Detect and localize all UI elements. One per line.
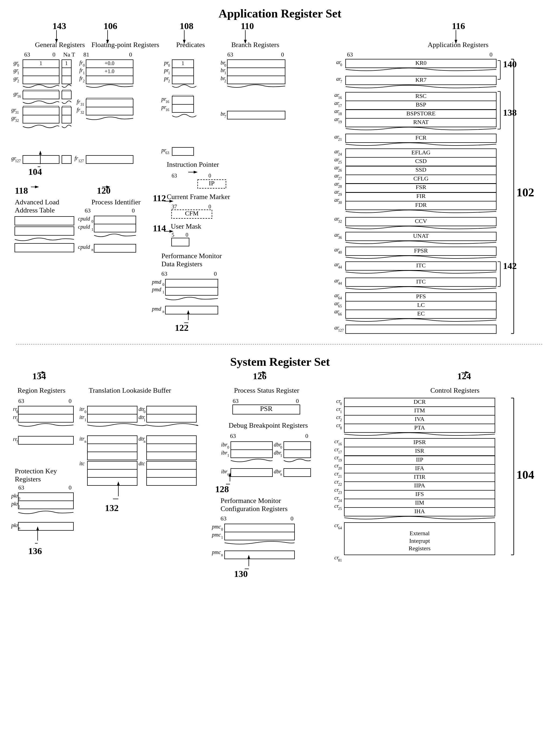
cr20-val: IFA	[415, 465, 424, 471]
svg-rect-134	[87, 477, 137, 486]
pmcfg-label-line2: Configuration Registers	[221, 505, 287, 513]
svg-rect-154	[225, 551, 295, 559]
main-diagram: Application Register Set 143 General Reg…	[0, 0, 560, 752]
predicates-label: Predicates	[176, 41, 205, 49]
cr16-val: IPSR	[414, 439, 426, 445]
pkr0-sub: 0	[18, 496, 20, 501]
svg-rect-153	[225, 532, 295, 540]
ar18-sub: 18	[338, 112, 342, 116]
cr2-val: IVA	[415, 415, 424, 422]
gr1-sub: 1	[17, 71, 19, 75]
svg-rect-50	[172, 147, 194, 156]
svg-rect-133	[87, 469, 137, 477]
ar64-val: PFS	[416, 293, 426, 300]
cr8-sub: 8	[340, 426, 342, 430]
fr0-val: +0.0	[105, 60, 114, 66]
svg-rect-60	[165, 279, 218, 287]
label-142: 142	[503, 261, 517, 271]
label-138: 138	[503, 107, 517, 118]
pmd0-sub: 0	[162, 283, 164, 287]
pkr-bit-63: 63	[18, 484, 24, 491]
svg-rect-39	[94, 216, 136, 224]
cr24-val: IIM	[415, 499, 424, 506]
page: Application Register Set 143 General Reg…	[0, 0, 560, 752]
ar26-sub: 26	[338, 168, 342, 172]
pr63-sub: 63	[165, 151, 169, 155]
cr23-sub: 23	[338, 491, 342, 494]
pmcfg-label-line1: Performance Monitor	[221, 497, 281, 505]
um-bit-5: 5	[172, 232, 174, 238]
fr2-sub: 2	[83, 79, 85, 83]
gr0-sub: 0	[17, 63, 19, 67]
region-registers-label: Region Registers	[18, 386, 65, 394]
svg-marker-22	[39, 150, 42, 155]
svg-rect-68	[227, 60, 285, 68]
fr-bit-0: 0	[129, 51, 132, 58]
pkrn-sub: n	[18, 526, 20, 530]
ar0-val: KR0	[415, 59, 426, 66]
svg-rect-147	[231, 469, 273, 476]
label-132: 132	[105, 503, 119, 513]
ar28-val: FSR	[416, 184, 426, 190]
pmd1-label: pmd	[152, 286, 161, 292]
svg-rect-136	[146, 477, 196, 486]
svg-rect-112	[18, 406, 74, 414]
svg-rect-117	[18, 522, 74, 530]
fr2-label: fr	[79, 75, 83, 81]
ar44-sub: 44	[338, 265, 342, 269]
cr21-sub: 21	[338, 474, 342, 479]
ibr1-sub: 1	[227, 453, 229, 458]
pkr0-label: pkr	[11, 493, 19, 499]
pkrn-label: pkr	[11, 522, 19, 528]
svg-rect-12	[23, 107, 59, 115]
cfm-label-line1: Current Frame Marker	[167, 193, 230, 201]
ibrn-label: ibr	[221, 469, 227, 474]
label-112: 112	[153, 193, 166, 203]
ar16-val: RSC	[415, 93, 426, 99]
svg-rect-114	[18, 436, 74, 444]
ar26-val: SSD	[416, 166, 426, 173]
svg-rect-10	[62, 91, 71, 99]
pmc0-label: pmc	[212, 524, 221, 530]
ar21-sub: 21	[338, 138, 342, 141]
cr1-sub: 1	[340, 410, 342, 414]
br1-sub: 1	[224, 71, 226, 75]
psr-box-label: PSR	[260, 405, 273, 412]
svg-rect-131	[87, 461, 137, 469]
svg-rect-59	[172, 238, 189, 246]
cr23-val: IFS	[415, 491, 424, 497]
label-104-gr: 104	[28, 167, 42, 177]
gr-bit-0: 0	[53, 51, 55, 58]
label-122: 122	[175, 323, 188, 333]
pmc-bit-0: 0	[291, 515, 294, 522]
ar19-val: RNAT	[413, 119, 429, 125]
ip-label-line1: Instruction Pointer	[167, 161, 219, 168]
gr16-sub: 16	[17, 95, 21, 98]
pmd-label-line2: Data Registers	[161, 260, 202, 268]
dtr1-sub: 1	[144, 418, 145, 422]
pmc1-sub: 1	[221, 535, 223, 540]
fr0-sub: 0	[83, 63, 85, 67]
ar29-sub: 29	[338, 192, 342, 197]
ar32-val: CCV	[415, 218, 427, 224]
fr31-sub: 31	[80, 102, 84, 106]
cr64-sub: 64	[338, 526, 342, 530]
label-110: 110	[241, 21, 254, 31]
system-register-title: System Register Set	[230, 355, 330, 368]
gr-bit-63: 63	[24, 51, 30, 58]
cr1-val: ITM	[414, 407, 425, 414]
gr32-sub: 32	[15, 119, 19, 123]
dtrn-sub: n	[144, 440, 145, 444]
gr2-sub: 2	[17, 79, 19, 83]
svg-rect-47	[172, 96, 194, 104]
fr127-sub: 127	[78, 159, 84, 163]
fr1-val: +1.0	[105, 68, 114, 74]
tlb-label: Translation Lookaside Buffer	[89, 386, 171, 394]
pkr-label-line2: Registers	[15, 475, 41, 483]
svg-rect-130	[146, 452, 196, 460]
cr21-val: ITIR	[414, 473, 425, 480]
ar65-val: LC	[417, 302, 425, 308]
ar65-sub: 65	[338, 304, 342, 308]
svg-rect-33	[86, 99, 133, 107]
branch-registers-label: Branch Registers	[231, 41, 279, 49]
